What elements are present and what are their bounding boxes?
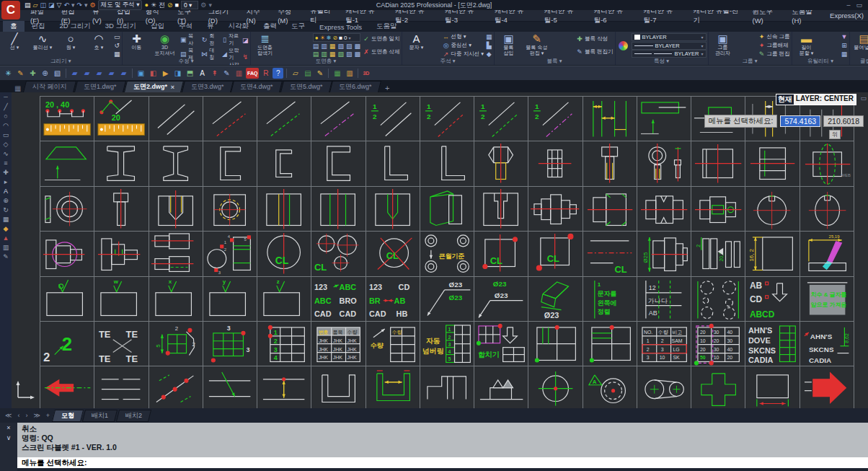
- left-tool-icon[interactable]: ✎: [3, 253, 9, 260]
- left-tool-icon[interactable]: ✚: [3, 169, 9, 176]
- quick-access-icon[interactable]: ▾: [84, 1, 88, 9]
- ribbon-mini-icon[interactable]: ▦: [114, 50, 120, 58]
- tablet-cell-step-block[interactable]: [420, 366, 474, 408]
- sheet-tab-배치1[interactable]: 배치1: [82, 410, 118, 422]
- tablet-cell-half-scale-lines[interactable]: 12: [366, 97, 420, 141]
- ribbon-tab-홈[interactable]: 홈: [3, 21, 25, 32]
- tablet-cell-green-box-3d[interactable]: [420, 187, 474, 232]
- ribbon-tab-Express Tools[interactable]: Express Tools: [312, 22, 369, 32]
- property-dropdown[interactable]: BYLAYER▾: [632, 50, 707, 58]
- titlebar-right-icon[interactable]: ▾: [208, 1, 212, 9]
- tablet-cell-finish-symbol-plain[interactable]: [40, 277, 94, 322]
- toolbar-icon[interactable]: ▦: [332, 68, 342, 79]
- command-prompt-input[interactable]: 메뉴를 선택하세요:: [17, 457, 868, 468]
- toolbar-icon[interactable]: ✎: [15, 68, 26, 79]
- command-strip-button[interactable]: ∨: [6, 434, 12, 441]
- tablet-cell-bring-to-front[interactable]: 치수 & 글자를앞으로 가져옴: [800, 277, 854, 322]
- quick-access-icon[interactable]: ▱: [33, 1, 38, 9]
- ribbon-button[interactable]: ▣복사: [180, 32, 198, 47]
- ribbon-button[interactable]: ✦신속 그룹: [758, 33, 789, 40]
- tablet-cell-i-beam-tapered[interactable]: [149, 141, 203, 186]
- tablet-cell-weld-symbol[interactable]: [474, 366, 528, 408]
- ribbon-button[interactable]: ∿폴리선 ▾: [30, 32, 56, 58]
- tablet-cell-finish-symbol-y[interactable]: y: [203, 277, 257, 322]
- tablet-cell-washer-views[interactable]: [40, 187, 94, 232]
- sheet-tab-배치2[interactable]: 배치2: [116, 410, 151, 422]
- sheet-nav-button[interactable]: ≫: [31, 412, 42, 419]
- tablet-cell-grid-dims[interactable]: 522: [149, 322, 203, 366]
- tablet-cell-table-green-cols[interactable]: [528, 322, 583, 366]
- ribbon-tab-삽입[interactable]: 삽입: [143, 21, 172, 32]
- ribbon-button[interactable]: ✎블록 속성 편집 ▾: [524, 32, 550, 58]
- toolbar-icon[interactable]: ⬒: [185, 68, 195, 79]
- tablet-cell-washers-keunwol[interactable]: 큰월기준: [420, 232, 474, 276]
- tablet-cell-belt-circles[interactable]: [637, 366, 691, 408]
- tablet-cell-cl-square-dots[interactable]: CL: [474, 232, 528, 276]
- ribbon-button[interactable]: ↻회전: [201, 32, 219, 47]
- tablet-cell-thread-circle[interactable]: [203, 187, 257, 232]
- ribbon-button[interactable]: ✦그룹해제: [758, 42, 789, 49]
- toolbar-icon[interactable]: ▰: [94, 68, 105, 79]
- quick-access-icon[interactable]: ▤: [25, 1, 31, 9]
- sheet-nav-button[interactable]: ‹: [15, 412, 22, 419]
- tablet-cell-channel-small[interactable]: [257, 141, 311, 186]
- ribbon-tab-도구[interactable]: 도구: [284, 21, 312, 32]
- tablet-cell-divide-points[interactable]: [149, 366, 203, 408]
- window-button[interactable]: –: [846, 1, 850, 9]
- left-tool-icon[interactable]: ╱: [4, 103, 7, 110]
- toolbar-icon[interactable]: ◧: [148, 68, 159, 79]
- tablet-cell-flange-keyslot[interactable]: [94, 232, 149, 276]
- layer-tool-icon[interactable]: ▤: [313, 50, 319, 58]
- toolbar-icon[interactable]: A: [197, 68, 208, 79]
- tablet-cell-plates-dims[interactable]: 220,2: [691, 232, 745, 276]
- ribbon-tab-주석[interactable]: 주석: [172, 21, 200, 32]
- ribbon-button[interactable]: ↔선형 ▾: [443, 33, 484, 40]
- layer-control-icon[interactable]: ●: [144, 1, 148, 9]
- workspace-selector[interactable]: 제도 및 주석 ▾: [98, 0, 143, 10]
- close-icon[interactable]: ×: [170, 84, 174, 91]
- quick-access-icon[interactable]: ↶: [63, 1, 69, 9]
- ribbon-mini-icon[interactable]: ▙: [486, 42, 492, 49]
- toolbar-icon[interactable]: ▰: [106, 68, 117, 79]
- toolbar-icon[interactable]: ✚: [27, 68, 38, 79]
- document-tab-도면4.dwg*[interactable]: 도면4.dwg*: [231, 81, 283, 92]
- tablet-cell-table-selection[interactable]: 203040102030203040501020: [691, 322, 745, 366]
- toolbar-icon[interactable]: ?: [273, 68, 283, 79]
- document-tab-도면6.dwg*[interactable]: 도면6.dwg*: [329, 81, 381, 92]
- tablet-cell-text-mirror-te[interactable]: TETETETE: [94, 322, 149, 366]
- tablet-cell-channel-sharp[interactable]: [311, 141, 366, 186]
- menu-item[interactable]: Express(X): [825, 11, 868, 20]
- left-tool-icon[interactable]: ◇: [4, 141, 9, 148]
- toolbar-icon[interactable]: ▰: [118, 68, 129, 79]
- left-tool-icon[interactable]: ∿: [3, 150, 9, 157]
- tablet-cell-finish-symbol-z[interactable]: z: [257, 277, 311, 322]
- ribbon-button[interactable]: ≣도면층 탐색기: [252, 32, 278, 58]
- tablet-cell-brush-dim[interactable]: 25,19: [800, 232, 854, 276]
- layer-tool-icon[interactable]: ▥: [321, 50, 327, 58]
- layer-tool-icon[interactable]: ▤: [313, 43, 319, 50]
- ribbon-button[interactable]: ▣블록 삽입: [496, 32, 522, 58]
- left-tool-icon[interactable]: ≡: [4, 159, 7, 167]
- quick-access-icon[interactable]: ⚙: [90, 1, 96, 9]
- toolbar-icon[interactable]: ◨: [172, 68, 183, 79]
- coordinate-x-input[interactable]: 574.4163: [780, 115, 820, 127]
- left-tool-icon[interactable]: ↻: [3, 206, 9, 214]
- left-tool-icon[interactable]: ⊕: [3, 197, 9, 204]
- tablet-cell-cl-circle[interactable]: CL: [257, 232, 311, 276]
- tablet-cell-grooved-shaft[interactable]: [637, 187, 691, 232]
- tablet-cell-merge-cells[interactable]: 합치기: [474, 322, 528, 366]
- tablet-cell-eraser-dia23[interactable]: Ø23: [528, 277, 583, 322]
- layer-tool-icon[interactable]: ▧: [337, 50, 344, 58]
- tablet-cell-dia23-leader[interactable]: Ø23Ø23: [420, 277, 474, 322]
- ribbon-tab-2D 그리기[interactable]: 2D 그리기: [53, 21, 98, 32]
- tablet-cell-table-ganada[interactable]: 12가나다AB: [637, 277, 691, 322]
- tablet-cell-cl-square-dots-2[interactable]: CL: [528, 232, 583, 276]
- tablet-cell-table-no-qty[interactable]: NO.수량비고12SAM23LG310SK: [637, 322, 691, 366]
- ribbon-button[interactable]: ▬길이 분할 ▾: [794, 32, 820, 58]
- tablet-cell-parallel-line-green-dashed[interactable]: [257, 97, 311, 141]
- ribbon-mini-icon[interactable]: ◪: [242, 37, 249, 44]
- ribbon-tab-편집[interactable]: 편집: [25, 21, 53, 32]
- tablet-cell-block-dashed-circle[interactable]: WEB: [800, 141, 854, 186]
- tablet-cell-i-beam[interactable]: [94, 141, 149, 186]
- titlebar-right-icon[interactable]: ⚙: [200, 1, 206, 9]
